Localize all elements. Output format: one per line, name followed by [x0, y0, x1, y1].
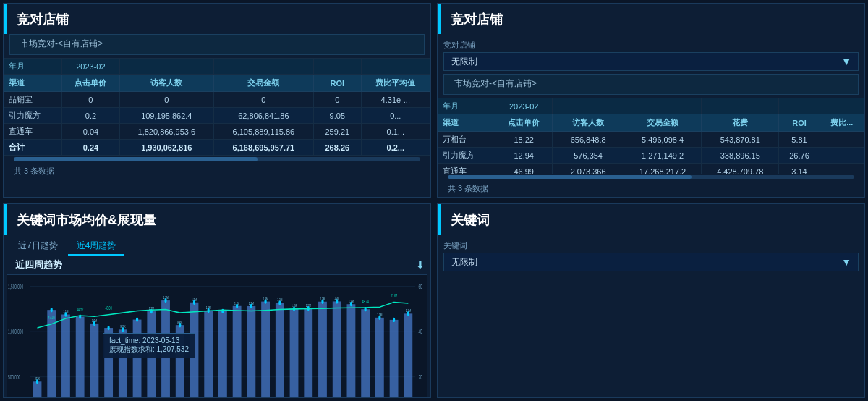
bar-dot-10 — [179, 323, 181, 327]
row2-cpc: 0.04 — [61, 124, 119, 140]
bar-dot-7 — [136, 317, 138, 321]
row2-fei: 0.1... — [361, 124, 430, 140]
data-table-left: 年月 2023-02 渠道 点击单价 访客人数 交易金额 ROI 费比平均值 — [4, 58, 430, 156]
panel-chart: 关键词市场均价&展现量 近7日趋势 近4周趋势 近四周趋势 ⬇ 1,500,00… — [3, 203, 431, 398]
scrollbar-right[interactable] — [448, 175, 854, 179]
sub-label-left: 市场竞对-<自有店铺> — [9, 34, 425, 55]
total-ch: 合计 — [4, 140, 62, 156]
row1-gmv: 62,806,841.86 — [213, 108, 313, 124]
chart-area: 1,500,000 1,000,000 500,000 60 40 20 0 2… — [7, 274, 427, 398]
bar-dot-6 — [122, 327, 124, 332]
bar-9 — [161, 300, 170, 398]
table-row: 引力魔方 12.94 576,354 1,271,149.2 338,896.1… — [438, 148, 864, 164]
row1-vis: 109,195,862.4 — [119, 108, 213, 124]
col-channel: 渠道 — [4, 75, 62, 92]
row2-vis: 1,820,866,953.6 — [119, 124, 213, 140]
bar-7 — [133, 320, 142, 398]
tab-4week[interactable]: 近4周趋势 — [68, 237, 125, 256]
bar-19 — [304, 308, 312, 398]
chart-svg: 1,500,000 1,000,000 500,000 60 40 20 0 2… — [7, 275, 427, 398]
row0-vis: 0 — [119, 92, 213, 108]
bar-0 — [33, 381, 42, 398]
price-label-5: 48.00 — [106, 305, 112, 311]
col-gmv: 交易金额 — [213, 75, 313, 92]
table-wrap-left: 年月 2023-02 渠道 点击单价 访客人数 交易金额 ROI 费比平均值 — [4, 58, 430, 156]
keyword-dropdown-container: 无限制 ▼ — [443, 253, 859, 271]
row-count-right: 共 3 条数据 — [438, 180, 864, 197]
table-row: 万相台 18.22 656,848.8 5,496,098.4 543,870.… — [438, 132, 864, 148]
yaxis-mid: 1,000,000 — [8, 327, 23, 335]
bar-23 — [361, 309, 370, 398]
row2-gmv: 6,105,889,115.86 — [213, 124, 313, 140]
bar-16 — [261, 302, 270, 398]
bar-dot-25 — [393, 318, 395, 322]
bar-dot-9 — [164, 298, 166, 303]
scrollbar-left[interactable] — [14, 157, 420, 161]
bar-22 — [347, 304, 356, 398]
main-container: 竞对店铺 市场竞对-<自有店铺> 年月 2023-02 渠道 点击单价 — [0, 0, 868, 401]
data-table-right: 年月 2023-02 渠道 点击单价 访客人数 交易金额 花费 ROI 费比..… — [438, 98, 864, 174]
bar-dot-21 — [336, 299, 338, 303]
bar-6 — [119, 329, 127, 398]
col-cpc: 点击单价 — [61, 75, 119, 92]
year-label: 年月 — [4, 59, 62, 75]
bar-dot-11 — [193, 300, 195, 305]
row0-roi: 0 — [314, 92, 361, 108]
panel-keyword: 关键词 关键词 无限制 ▼ — [437, 203, 865, 398]
sub-label-right: 市场竞对-<自有店铺> — [443, 74, 859, 95]
bar-25 — [390, 320, 399, 398]
row0-fei: 4.31e-... — [361, 92, 430, 108]
competitor-dropdown[interactable]: 无限制 — [443, 52, 859, 71]
keyword-dropdown[interactable]: 无限制 — [443, 253, 859, 271]
bar-24 — [375, 318, 384, 398]
total-cpc: 0.24 — [61, 140, 119, 156]
row2-ch: 直通车 — [4, 124, 62, 140]
bar-dot-26 — [407, 311, 409, 316]
bar-10 — [176, 325, 184, 398]
bar-dot-16 — [264, 299, 266, 303]
bar-4 — [90, 324, 98, 398]
chart-tabs: 近7日趋势 近4周趋势 — [4, 235, 430, 256]
bar-dot-4 — [93, 321, 95, 326]
bar-dot-2 — [64, 312, 67, 316]
bar-dot-20 — [321, 300, 323, 304]
row0-cpc: 0 — [61, 92, 119, 108]
price-label-1: 47.06 — [48, 315, 55, 321]
panel-title-left: 竞对店铺 — [4, 4, 430, 34]
price-label-25: 51.62 — [391, 293, 397, 299]
keyword-dropdown-wrap: 关键词 无限制 ▼ — [443, 239, 859, 271]
total-gmv: 6,168,695,957.71 — [213, 140, 313, 156]
header-row-right: 渠道 点击单价 访客人数 交易金额 花费 ROI 费比... — [438, 114, 864, 132]
chart-header: 近四周趋势 ⬇ — [4, 256, 430, 274]
bar-14 — [233, 306, 242, 398]
col-roi: ROI — [314, 75, 361, 92]
table-wrap-right: 年月 2023-02 渠道 点击单价 访客人数 交易金额 花费 ROI 费比..… — [438, 98, 864, 174]
table-row: 品销宝 0 0 0 0 4.31e-... — [4, 92, 430, 108]
total-vis: 1,930,062,816 — [119, 140, 213, 156]
yaxis-low: 500,000 — [8, 373, 20, 381]
panel-competitor-right: 竞对店铺 竞对店铺 无限制 ▼ 市场竞对-<自有店铺> 年月 2023-02 — [437, 3, 865, 198]
bar-dot-17 — [278, 300, 281, 305]
table-row: 直通车 46.99 2,073,366 17,268,217.2 4,428,7… — [438, 164, 864, 174]
chart-panel-title: 关键词市场均价&展现量 — [4, 204, 430, 235]
chart-title: 近四周趋势 — [9, 256, 68, 274]
total-row-left: 合计 0.24 1,930,062,816 6,168,695,957.71 2… — [4, 140, 430, 156]
row0-gmv: 0 — [213, 92, 313, 108]
panel-competitor-left: 竞对店铺 市场竞对-<自有店铺> 年月 2023-02 渠道 点击单价 — [3, 3, 431, 198]
dropdown-container-right: 无限制 ▼ — [443, 52, 859, 71]
col-visitors: 访客人数 — [119, 75, 213, 92]
col-feibipj: 费比平均值 — [361, 75, 430, 92]
total-roi: 268.26 — [314, 140, 361, 156]
row1-roi: 9.05 — [314, 108, 361, 124]
yaxis-r-mid: 40 — [418, 327, 422, 335]
bar-dot-5 — [108, 326, 110, 330]
bar-dot-14 — [236, 304, 238, 308]
bar-12 — [204, 311, 213, 398]
bar-15 — [247, 306, 255, 398]
yaxis-r-low: 20 — [418, 373, 422, 381]
export-icon[interactable]: ⬇ — [416, 259, 425, 271]
price-label-23: 48.74 — [362, 298, 370, 304]
bar-dot-1 — [51, 308, 53, 312]
tab-7day[interactable]: 近7日趋势 — [9, 237, 67, 256]
bar-dot-0 — [36, 379, 38, 384]
